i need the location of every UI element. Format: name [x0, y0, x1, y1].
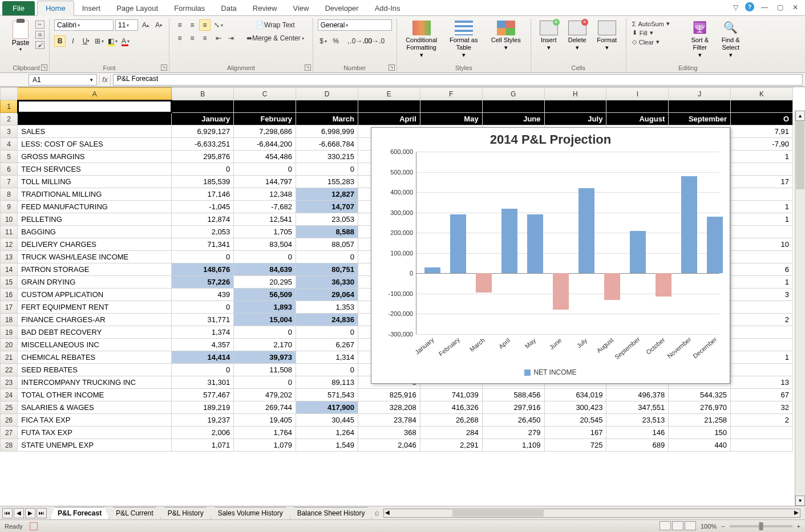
- cell[interactable]: 57,226: [172, 276, 234, 289]
- cell[interactable]: 0: [296, 163, 358, 176]
- cell[interactable]: January: [172, 113, 234, 125]
- cell[interactable]: 1,109: [482, 439, 544, 452]
- format-as-table-button[interactable]: Format as Table ▾: [444, 19, 484, 63]
- align-top-icon[interactable]: ≡: [174, 19, 185, 31]
- cell[interactable]: [731, 339, 793, 351]
- cell[interactable]: 295,876: [172, 151, 234, 163]
- cell[interactable]: March: [296, 113, 358, 125]
- cell[interactable]: O: [731, 113, 793, 125]
- cell[interactable]: GROSS MARGINS: [18, 151, 172, 163]
- tab-home[interactable]: Home: [37, 1, 74, 16]
- cell[interactable]: 32: [731, 401, 793, 414]
- cell[interactable]: 416,326: [420, 401, 482, 414]
- cell[interactable]: 0: [172, 163, 234, 176]
- cell[interactable]: 1,264: [296, 427, 358, 439]
- zoom-in-icon[interactable]: +: [797, 523, 800, 530]
- align-bottom-icon[interactable]: ≡: [199, 19, 211, 31]
- cell[interactable]: 39,973: [234, 351, 296, 364]
- embedded-chart[interactable]: 2014 P&L Projection -300,000-200,000-100…: [371, 127, 730, 384]
- cell[interactable]: 300,423: [544, 401, 606, 414]
- cell[interactable]: 1: [731, 151, 793, 163]
- sheet-nav-first-icon[interactable]: ⏮: [2, 508, 13, 518]
- cell[interactable]: 24,836: [296, 314, 358, 326]
- cell[interactable]: 0: [234, 326, 296, 339]
- cell[interactable]: 84,639: [234, 263, 296, 276]
- scroll-up-icon[interactable]: ▴: [795, 111, 805, 121]
- cell[interactable]: 56,509: [234, 289, 296, 301]
- orientation-icon[interactable]: ⤡: [213, 19, 224, 31]
- tab-add-ins[interactable]: Add-Ins: [367, 1, 408, 15]
- cell[interactable]: 2: [731, 414, 793, 427]
- cell[interactable]: 13: [731, 376, 793, 389]
- cell[interactable]: 148,676: [172, 263, 234, 276]
- page-layout-view-icon[interactable]: [672, 521, 683, 530]
- vertical-scrollbar[interactable]: ▴ ▾: [795, 111, 805, 506]
- cell[interactable]: [606, 100, 669, 113]
- cell[interactable]: [731, 100, 793, 113]
- fill-button[interactable]: ⬇ Fill ▾: [631, 29, 683, 37]
- cell[interactable]: LESS: COST OF SALES: [18, 138, 172, 151]
- column-header[interactable]: G: [482, 88, 544, 100]
- cell[interactable]: 20,545: [544, 414, 606, 427]
- row-header[interactable]: 2: [1, 113, 18, 125]
- cell[interactable]: 0: [234, 163, 296, 176]
- cell[interactable]: 150: [669, 427, 731, 439]
- row-header[interactable]: 3: [1, 125, 18, 138]
- sheet-nav-next-icon[interactable]: ▶: [25, 508, 35, 518]
- cell[interactable]: -7,682: [234, 201, 296, 213]
- cell[interactable]: 689: [606, 439, 669, 452]
- row-header[interactable]: 7: [1, 176, 18, 188]
- cell[interactable]: [731, 188, 793, 201]
- cell[interactable]: 279: [482, 427, 544, 439]
- font-size-combo[interactable]: 11: [115, 19, 138, 31]
- align-center-icon[interactable]: ≡: [187, 33, 198, 44]
- cell[interactable]: STATE UNEMPL EXP: [18, 439, 172, 452]
- cell[interactable]: DELIVERY CHARGES: [18, 238, 172, 251]
- cell[interactable]: [296, 100, 358, 113]
- column-header[interactable]: D: [296, 88, 358, 100]
- cell[interactable]: TRADITIONAL MILLING: [18, 188, 172, 201]
- cell[interactable]: 1,071: [172, 439, 234, 452]
- italic-button[interactable]: I: [67, 35, 79, 47]
- cell[interactable]: TECH SERVICES: [18, 163, 172, 176]
- column-header[interactable]: I: [606, 88, 669, 100]
- cell[interactable]: 144,797: [234, 176, 296, 188]
- cell[interactable]: 1: [731, 213, 793, 226]
- cell[interactable]: 2,170: [234, 339, 296, 351]
- cell[interactable]: 2,053: [172, 226, 234, 238]
- row-header[interactable]: 21: [1, 351, 18, 364]
- font-color-icon[interactable]: A: [120, 35, 131, 47]
- cell[interactable]: 417,900: [296, 401, 358, 414]
- copy-icon[interactable]: ⧉: [35, 31, 45, 39]
- sheet-tab[interactable]: P&L History: [160, 507, 211, 519]
- cell[interactable]: [731, 364, 793, 376]
- normal-view-icon[interactable]: [660, 521, 671, 530]
- cell[interactable]: PELLETING: [18, 213, 172, 226]
- cell[interactable]: 89,113: [296, 376, 358, 389]
- row-header[interactable]: 6: [1, 163, 18, 176]
- cell[interactable]: FINANCE CHARGES-AR: [18, 314, 172, 326]
- cell[interactable]: -7,90: [731, 138, 793, 151]
- scrollbar-thumb[interactable]: [452, 510, 544, 517]
- cell[interactable]: FEED MANUFACTURING: [18, 201, 172, 213]
- formula-input[interactable]: P&L Forecast: [113, 74, 803, 86]
- cell[interactable]: 276,970: [669, 401, 731, 414]
- cell[interactable]: 0: [296, 251, 358, 263]
- cell[interactable]: 0: [172, 301, 234, 314]
- cell[interactable]: [544, 100, 606, 113]
- cell[interactable]: June: [482, 113, 544, 125]
- cell[interactable]: 368: [358, 427, 420, 439]
- row-header[interactable]: 25: [1, 401, 18, 414]
- column-header[interactable]: F: [420, 88, 482, 100]
- row-header[interactable]: 11: [1, 226, 18, 238]
- row-header[interactable]: 18: [1, 314, 18, 326]
- row-header[interactable]: 28: [1, 439, 18, 452]
- cell[interactable]: SALES: [18, 125, 172, 138]
- cell[interactable]: 26,268: [420, 414, 482, 427]
- autosum-button[interactable]: Σ AutoSum ▾: [631, 19, 683, 28]
- cell[interactable]: FERT EQUIPMENT RENT: [18, 301, 172, 314]
- new-sheet-icon[interactable]: ⎙: [375, 510, 379, 517]
- cell[interactable]: 80,751: [296, 263, 358, 276]
- cell[interactable]: 2,006: [172, 427, 234, 439]
- row-header[interactable]: 26: [1, 414, 18, 427]
